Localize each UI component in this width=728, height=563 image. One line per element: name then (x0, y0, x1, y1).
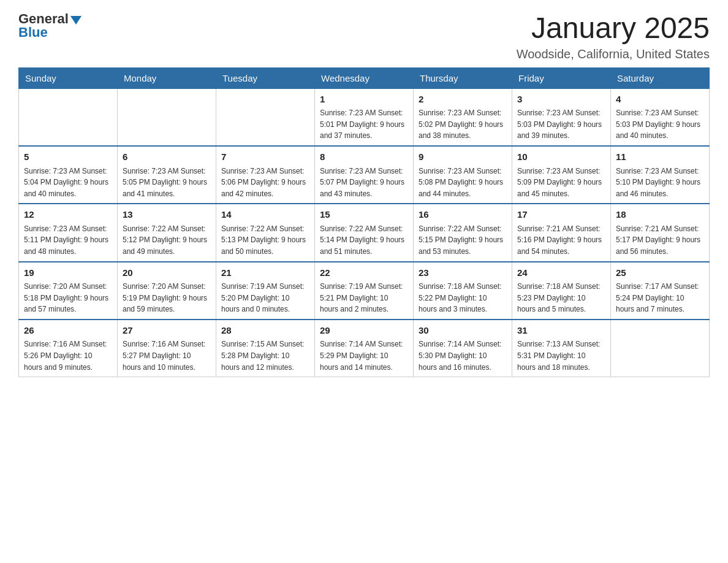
day-number: 10 (517, 150, 605, 164)
day-info: Sunrise: 7:23 AM Sunset: 5:06 PM Dayligh… (221, 166, 309, 200)
location-subtitle: Woodside, California, United States (517, 47, 710, 61)
calendar-cell: 15Sunrise: 7:22 AM Sunset: 5:14 PM Dayli… (315, 204, 414, 261)
calendar-cell: 25Sunrise: 7:17 AM Sunset: 5:24 PM Dayli… (611, 262, 710, 320)
day-info: Sunrise: 7:23 AM Sunset: 5:01 PM Dayligh… (320, 107, 408, 142)
calendar-cell: 11Sunrise: 7:23 AM Sunset: 5:10 PM Dayli… (611, 146, 710, 204)
day-info: Sunrise: 7:14 AM Sunset: 5:29 PM Dayligh… (320, 339, 408, 373)
logo: General Blue (18, 12, 82, 39)
day-number: 8 (320, 150, 408, 164)
day-number: 14 (221, 208, 309, 222)
day-number: 20 (123, 266, 211, 280)
calendar-cell: 22Sunrise: 7:19 AM Sunset: 5:21 PM Dayli… (315, 262, 414, 320)
day-number: 25 (616, 266, 704, 280)
day-number: 22 (320, 266, 408, 280)
day-number: 19 (24, 266, 112, 280)
day-number: 1 (320, 93, 408, 107)
day-info: Sunrise: 7:22 AM Sunset: 5:14 PM Dayligh… (320, 223, 408, 258)
day-number: 6 (123, 150, 211, 164)
day-number: 27 (123, 324, 211, 338)
calendar-cell: 31Sunrise: 7:13 AM Sunset: 5:31 PM Dayli… (512, 320, 611, 377)
day-number: 18 (616, 208, 704, 222)
calendar-cell: 28Sunrise: 7:15 AM Sunset: 5:28 PM Dayli… (216, 320, 315, 377)
calendar-cell: 13Sunrise: 7:22 AM Sunset: 5:12 PM Dayli… (118, 204, 216, 261)
calendar-cell (216, 88, 315, 146)
day-info: Sunrise: 7:23 AM Sunset: 5:09 PM Dayligh… (517, 166, 605, 200)
day-info: Sunrise: 7:23 AM Sunset: 5:03 PM Dayligh… (616, 107, 704, 142)
day-number: 24 (517, 266, 605, 280)
calendar-cell: 24Sunrise: 7:18 AM Sunset: 5:23 PM Dayli… (512, 262, 611, 320)
day-number: 31 (517, 324, 605, 338)
calendar-cell: 17Sunrise: 7:21 AM Sunset: 5:16 PM Dayli… (512, 204, 611, 261)
calendar-cell: 1Sunrise: 7:23 AM Sunset: 5:01 PM Daylig… (315, 88, 414, 146)
logo-triangle-icon (70, 16, 82, 25)
day-of-week-header: Tuesday (216, 67, 315, 88)
day-info: Sunrise: 7:13 AM Sunset: 5:31 PM Dayligh… (517, 339, 605, 373)
day-number: 29 (320, 324, 408, 338)
day-of-week-header: Thursday (414, 67, 512, 88)
day-number: 7 (221, 150, 309, 164)
day-info: Sunrise: 7:23 AM Sunset: 5:05 PM Dayligh… (123, 166, 211, 200)
calendar-week-row: 26Sunrise: 7:16 AM Sunset: 5:26 PM Dayli… (19, 320, 710, 377)
day-info: Sunrise: 7:23 AM Sunset: 5:04 PM Dayligh… (24, 166, 112, 200)
calendar-cell: 30Sunrise: 7:14 AM Sunset: 5:30 PM Dayli… (414, 320, 512, 377)
calendar-week-row: 5Sunrise: 7:23 AM Sunset: 5:04 PM Daylig… (19, 146, 710, 204)
day-info: Sunrise: 7:17 AM Sunset: 5:24 PM Dayligh… (616, 281, 704, 315)
calendar-cell: 10Sunrise: 7:23 AM Sunset: 5:09 PM Dayli… (512, 146, 611, 204)
logo-blue-text: Blue (18, 25, 48, 40)
day-info: Sunrise: 7:19 AM Sunset: 5:21 PM Dayligh… (320, 281, 408, 315)
calendar-cell (19, 88, 118, 146)
day-info: Sunrise: 7:21 AM Sunset: 5:16 PM Dayligh… (517, 223, 605, 258)
day-info: Sunrise: 7:20 AM Sunset: 5:18 PM Dayligh… (24, 281, 112, 315)
calendar-cell: 3Sunrise: 7:23 AM Sunset: 5:03 PM Daylig… (512, 88, 611, 146)
day-number: 28 (221, 324, 309, 338)
day-number: 15 (320, 208, 408, 222)
calendar-cell: 19Sunrise: 7:20 AM Sunset: 5:18 PM Dayli… (19, 262, 118, 320)
day-number: 16 (419, 208, 507, 222)
day-info: Sunrise: 7:23 AM Sunset: 5:03 PM Dayligh… (517, 107, 605, 142)
day-of-week-header: Monday (118, 67, 216, 88)
day-number: 17 (517, 208, 605, 222)
day-info: Sunrise: 7:16 AM Sunset: 5:26 PM Dayligh… (24, 339, 112, 373)
day-number: 21 (221, 266, 309, 280)
day-of-week-header: Wednesday (315, 67, 414, 88)
day-number: 12 (24, 208, 112, 222)
calendar-cell: 20Sunrise: 7:20 AM Sunset: 5:19 PM Dayli… (118, 262, 216, 320)
day-number: 26 (24, 324, 112, 338)
page-header: General Blue January 2025 Woodside, Cali… (18, 12, 710, 61)
day-of-week-header: Friday (512, 67, 611, 88)
month-title: January 2025 (517, 12, 710, 45)
calendar-cell: 6Sunrise: 7:23 AM Sunset: 5:05 PM Daylig… (118, 146, 216, 204)
title-area: January 2025 Woodside, California, Unite… (517, 12, 710, 61)
day-info: Sunrise: 7:23 AM Sunset: 5:10 PM Dayligh… (616, 166, 704, 200)
calendar-cell: 14Sunrise: 7:22 AM Sunset: 5:13 PM Dayli… (216, 204, 315, 261)
day-info: Sunrise: 7:16 AM Sunset: 5:27 PM Dayligh… (123, 339, 211, 373)
day-number: 9 (419, 150, 507, 164)
day-info: Sunrise: 7:23 AM Sunset: 5:07 PM Dayligh… (320, 166, 408, 200)
day-info: Sunrise: 7:20 AM Sunset: 5:19 PM Dayligh… (123, 281, 211, 315)
calendar-cell: 16Sunrise: 7:22 AM Sunset: 5:15 PM Dayli… (414, 204, 512, 261)
calendar-week-row: 12Sunrise: 7:23 AM Sunset: 5:11 PM Dayli… (19, 204, 710, 261)
day-of-week-header: Saturday (611, 67, 710, 88)
day-info: Sunrise: 7:14 AM Sunset: 5:30 PM Dayligh… (419, 339, 507, 373)
day-info: Sunrise: 7:22 AM Sunset: 5:13 PM Dayligh… (221, 223, 309, 258)
day-number: 11 (616, 150, 704, 164)
day-info: Sunrise: 7:23 AM Sunset: 5:08 PM Dayligh… (419, 166, 507, 200)
calendar-cell: 27Sunrise: 7:16 AM Sunset: 5:27 PM Dayli… (118, 320, 216, 377)
day-info: Sunrise: 7:15 AM Sunset: 5:28 PM Dayligh… (221, 339, 309, 373)
day-info: Sunrise: 7:18 AM Sunset: 5:22 PM Dayligh… (419, 281, 507, 315)
day-info: Sunrise: 7:19 AM Sunset: 5:20 PM Dayligh… (221, 281, 309, 315)
day-number: 5 (24, 150, 112, 164)
calendar-cell: 2Sunrise: 7:23 AM Sunset: 5:02 PM Daylig… (414, 88, 512, 146)
day-of-week-header: Sunday (19, 67, 118, 88)
calendar-cell: 26Sunrise: 7:16 AM Sunset: 5:26 PM Dayli… (19, 320, 118, 377)
calendar-week-row: 1Sunrise: 7:23 AM Sunset: 5:01 PM Daylig… (19, 88, 710, 146)
calendar-cell: 7Sunrise: 7:23 AM Sunset: 5:06 PM Daylig… (216, 146, 315, 204)
calendar-cell (118, 88, 216, 146)
calendar-cell: 5Sunrise: 7:23 AM Sunset: 5:04 PM Daylig… (19, 146, 118, 204)
day-number: 13 (123, 208, 211, 222)
calendar-cell: 21Sunrise: 7:19 AM Sunset: 5:20 PM Dayli… (216, 262, 315, 320)
day-info: Sunrise: 7:22 AM Sunset: 5:15 PM Dayligh… (419, 223, 507, 258)
day-info: Sunrise: 7:18 AM Sunset: 5:23 PM Dayligh… (517, 281, 605, 315)
day-number: 23 (419, 266, 507, 280)
day-info: Sunrise: 7:23 AM Sunset: 5:02 PM Dayligh… (419, 107, 507, 142)
